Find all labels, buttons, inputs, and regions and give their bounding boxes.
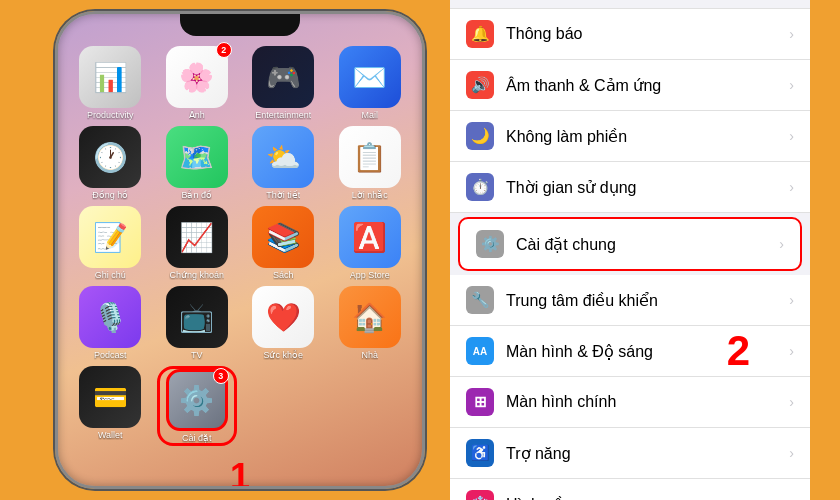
- settings-label-accessibility: Trợ năng: [506, 444, 789, 463]
- app-label-health: Sức khỏe: [263, 350, 303, 360]
- badge-photos: 2: [216, 42, 232, 58]
- phone-screen: 📊Productivity2🌸Ảnh🎮Entertainment✉️Mail🕐Đ…: [58, 14, 422, 486]
- settings-icon-display: AA: [466, 337, 494, 365]
- app-icon-entertainment[interactable]: 🎮Entertainment: [243, 46, 324, 120]
- chevron-icon-accessibility: ›: [789, 445, 794, 461]
- app-icon-maps[interactable]: 🗺️Bản đồ: [157, 126, 238, 200]
- app-label-entertainment: Entertainment: [255, 110, 311, 120]
- icon-reminders: 📋: [352, 141, 387, 174]
- chevron-icon-screentime: ›: [789, 179, 794, 195]
- phone-number-label: 1: [66, 452, 414, 489]
- app-label-wallet: Wallet: [98, 430, 123, 440]
- app-label-appstore: App Store: [350, 270, 390, 280]
- settings-icon-accessibility: ♿: [466, 439, 494, 467]
- chevron-icon-display: ›: [789, 343, 794, 359]
- chevron-icon-sound: ›: [789, 77, 794, 93]
- app-label-maps: Bản đồ: [181, 190, 212, 200]
- chevron-icon-notifications: ›: [789, 26, 794, 42]
- settings-item-controlcenter[interactable]: 🔧Trung tâm điều khiển›: [450, 275, 810, 326]
- settings-label-screentime: Thời gian sử dụng: [506, 178, 789, 197]
- icon-entertainment: 🎮: [266, 61, 301, 94]
- settings-item-display[interactable]: AAMàn hình & Độ sáng2›: [450, 326, 810, 377]
- app-icon-productivity[interactable]: 📊Productivity: [70, 46, 151, 120]
- app-label-home: Nhà: [361, 350, 378, 360]
- chevron-icon-controlcenter: ›: [789, 292, 794, 308]
- app-label-notes: Ghi chú: [95, 270, 126, 280]
- chevron-icon-homescreen: ›: [789, 394, 794, 410]
- app-label-weather: Thời tiết: [266, 190, 300, 200]
- app-icon-appstore[interactable]: 🅰️App Store: [330, 206, 411, 280]
- settings-item-homescreen[interactable]: ⊞Màn hình chính›: [450, 377, 810, 428]
- chevron-icon-general: ›: [779, 236, 784, 252]
- left-border: [0, 0, 30, 500]
- settings-label-controlcenter: Trung tâm điều khiển: [506, 291, 789, 310]
- app-label-reminders: Lời nhắc: [352, 190, 388, 200]
- settings-item-wallpaper[interactable]: ❄️Hình nền›: [450, 479, 810, 500]
- app-label-books: Sách: [273, 270, 294, 280]
- app-icon-health[interactable]: ❤️Sức khỏe: [243, 286, 324, 360]
- settings-list: 🔔Thông báo›🔊Âm thanh & Cảm ứng›🌙Không là…: [450, 0, 810, 500]
- icon-tv: 📺: [179, 301, 214, 334]
- settings-section: 🔔Thông báo›🔊Âm thanh & Cảm ứng›🌙Không là…: [450, 0, 810, 500]
- app-label-mail: Mail: [361, 110, 378, 120]
- app-label-stocks: Chứng khoán: [169, 270, 224, 280]
- app-label-productivity: Productivity: [87, 110, 134, 120]
- settings-item-sound[interactable]: 🔊Âm thanh & Cảm ứng›: [450, 60, 810, 111]
- icon-home: 🏠: [352, 301, 387, 334]
- chevron-icon-wallpaper: ›: [789, 496, 794, 500]
- icon-maps: 🗺️: [179, 141, 214, 174]
- app-icon-mail[interactable]: ✉️Mail: [330, 46, 411, 120]
- badge-settings: 3: [213, 368, 229, 384]
- icon-mail: ✉️: [352, 61, 387, 94]
- app-grid: 📊Productivity2🌸Ảnh🎮Entertainment✉️Mail🕐Đ…: [66, 42, 414, 450]
- settings-icon-notifications: 🔔: [466, 20, 494, 48]
- settings-item-general[interactable]: ⚙️Cài đặt chung›: [458, 217, 802, 271]
- settings-icon-general: ⚙️: [476, 230, 504, 258]
- app-label-photos: Ảnh: [189, 110, 205, 120]
- app-icon-home[interactable]: 🏠Nhà: [330, 286, 411, 360]
- settings-icon-donotdisturb: 🌙: [466, 122, 494, 150]
- settings-number-label: 2: [727, 327, 750, 375]
- icon-clock: 🕐: [93, 141, 128, 174]
- app-icon-notes[interactable]: 📝Ghi chú: [70, 206, 151, 280]
- icon-health: ❤️: [266, 301, 301, 334]
- settings-label-wallpaper: Hình nền: [506, 495, 789, 501]
- chevron-icon-donotdisturb: ›: [789, 128, 794, 144]
- settings-item-donotdisturb[interactable]: 🌙Không làm phiền›: [450, 111, 810, 162]
- icon-stocks: 📈: [179, 221, 214, 254]
- icon-photos: 🌸: [179, 61, 214, 94]
- settings-label-sound: Âm thanh & Cảm ứng: [506, 76, 789, 95]
- app-icon-reminders[interactable]: 📋Lời nhắc: [330, 126, 411, 200]
- settings-icon-wallpaper: ❄️: [466, 490, 494, 500]
- phone-notch: [180, 14, 300, 36]
- app-icon-tv[interactable]: 📺TV: [157, 286, 238, 360]
- app-icon-clock[interactable]: 🕐Đồng hồ: [70, 126, 151, 200]
- settings-icon-homescreen: ⊞: [466, 388, 494, 416]
- settings-item-accessibility[interactable]: ♿Trợ năng›: [450, 428, 810, 479]
- app-icon-stocks[interactable]: 📈Chứng khoán: [157, 206, 238, 280]
- settings-icon-controlcenter: 🔧: [466, 286, 494, 314]
- icon-appstore: 🅰️: [352, 221, 387, 254]
- app-label-podcast: Podcast: [94, 350, 127, 360]
- settings-item-notifications[interactable]: 🔔Thông báo›: [450, 8, 810, 60]
- icon-settings: ⚙️: [179, 384, 214, 417]
- app-icon-podcast[interactable]: 🎙️Podcast: [70, 286, 151, 360]
- settings-label-donotdisturb: Không làm phiền: [506, 127, 789, 146]
- icon-notes: 📝: [93, 221, 128, 254]
- app-icon-photos[interactable]: 2🌸Ảnh: [157, 46, 238, 120]
- icon-weather: ⛅: [266, 141, 301, 174]
- app-icon-books[interactable]: 📚Sách: [243, 206, 324, 280]
- settings-label-general: Cài đặt chung: [516, 235, 779, 254]
- icon-podcast: 🎙️: [93, 301, 128, 334]
- settings-icon-screentime: ⏱️: [466, 173, 494, 201]
- icon-books: 📚: [266, 221, 301, 254]
- settings-item-screentime[interactable]: ⏱️Thời gian sử dụng›: [450, 162, 810, 213]
- app-label-clock: Đồng hồ: [92, 190, 128, 200]
- app-icon-wallet[interactable]: 💳Wallet: [70, 366, 151, 446]
- app-label-settings: Cài đặt: [182, 433, 212, 443]
- app-icon-weather[interactable]: ⛅Thời tiết: [243, 126, 324, 200]
- phone-frame: 📊Productivity2🌸Ảnh🎮Entertainment✉️Mail🕐Đ…: [55, 11, 425, 489]
- app-icon-settings[interactable]: 3⚙️Cài đặt: [157, 366, 238, 446]
- settings-label-notifications: Thông báo: [506, 25, 789, 43]
- settings-label-homescreen: Màn hình chính: [506, 393, 789, 411]
